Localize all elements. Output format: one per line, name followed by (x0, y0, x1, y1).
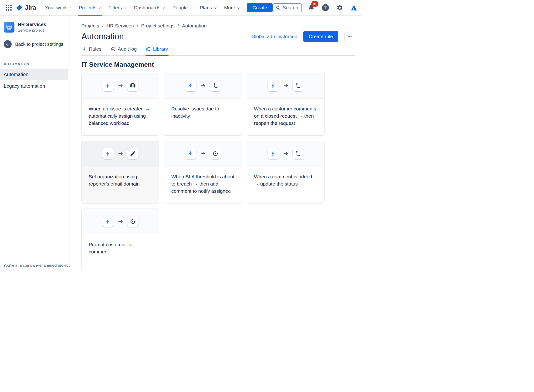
project-header: HR Services Service project (0, 22, 68, 33)
refresh-icon (212, 150, 219, 157)
chevron-down-icon (214, 6, 217, 10)
trigger-chip (268, 80, 279, 91)
settings-button[interactable] (336, 4, 343, 11)
tab-bar: RulesAudit logLibrary (81, 45, 355, 56)
back-label: Back to project settings (15, 42, 63, 47)
copy-icon (146, 47, 151, 52)
automation-template-card[interactable]: When an issue is created → automatically… (81, 73, 159, 135)
tab-label: Audit log (118, 46, 137, 52)
automation-template-card[interactable]: When a comment is added → update the sta… (247, 141, 324, 203)
gear-icon (336, 5, 343, 11)
pencil-icon (130, 150, 136, 157)
tab-audit-log[interactable]: Audit log (110, 45, 137, 55)
atlassian-app-button[interactable] (350, 4, 358, 11)
notifications-button[interactable]: 9+ (308, 4, 315, 11)
section-title: IT Service Management (81, 61, 355, 68)
card-icon-strip (247, 73, 324, 98)
notification-badge: 9+ (311, 1, 319, 7)
page-actions: Global administration Create rule (251, 31, 355, 42)
automation-template-card[interactable]: Resolve issues due to inactivity (164, 73, 242, 135)
nav-item-filters[interactable]: Filters (105, 0, 130, 16)
page-header: Automation Global administration Create … (81, 31, 355, 42)
project-sidebar: HR Services Service project Back to proj… (0, 16, 68, 269)
nav-item-label: Your work (45, 5, 67, 10)
breadcrumb-item-automation[interactable]: Automation (182, 23, 207, 29)
trigger-chip (102, 216, 114, 227)
project-managed-note: You're in a company-managed project (3, 263, 70, 268)
card-title: When a comment is added → update the sta… (247, 167, 324, 194)
create-button[interactable]: Create (247, 3, 272, 12)
template-cards-grid: When an issue is created → automatically… (81, 73, 355, 269)
nav-item-more[interactable]: More (221, 0, 244, 16)
nav-item-label: Projects (79, 5, 96, 10)
lightning-icon (82, 47, 87, 52)
jira-logo-icon (16, 4, 23, 11)
nav-item-label: Dashboards (134, 5, 160, 10)
sidebar-section-title: AUTOMATION (4, 62, 64, 66)
breadcrumb-separator: / (102, 23, 104, 29)
nav-item-label: People (172, 5, 188, 10)
chevron-down-icon (189, 6, 193, 10)
card-title: When SLA threshold is about to breach → … (164, 167, 242, 201)
action-chip (127, 216, 138, 227)
arrow-right-icon (200, 83, 206, 89)
global-administration-link[interactable]: Global administration (251, 34, 297, 39)
jira-logo[interactable]: Jira (16, 4, 36, 11)
automation-template-card[interactable]: When SLA threshold is about to breach → … (164, 141, 242, 203)
breadcrumb-separator: / (137, 23, 138, 29)
more-actions-button[interactable] (344, 32, 355, 41)
breadcrumb-item-hr-services[interactable]: HR Services (107, 23, 134, 29)
search-input[interactable] (282, 5, 299, 11)
tab-library[interactable]: Library (145, 45, 168, 55)
lightning-icon (270, 83, 276, 89)
sidebar-item-automation[interactable]: Automation (0, 69, 68, 80)
workflow-icon (295, 150, 301, 157)
lightning-icon (105, 150, 111, 157)
lightning-icon (187, 150, 194, 157)
action-chip (210, 80, 221, 91)
chevron-down-icon (162, 6, 166, 10)
arrow-right-icon (118, 151, 123, 156)
create-rule-button[interactable]: Create rule (303, 31, 338, 42)
nav-item-projects[interactable]: Projects (75, 0, 105, 16)
card-icon-strip (82, 141, 159, 167)
nav-item-people[interactable]: People (169, 0, 196, 16)
automation-template-card[interactable]: When a customer comments on a closed req… (247, 73, 324, 135)
project-avatar (4, 22, 14, 33)
lightning-icon (187, 83, 194, 89)
arrow-right-icon (118, 219, 123, 224)
ellipsis-icon (347, 34, 353, 39)
trigger-chip (102, 80, 114, 91)
jira-wordmark: Jira (25, 4, 36, 11)
arrow-right-icon (283, 83, 289, 89)
app-switcher-button[interactable] (4, 3, 13, 12)
refresh-icon (130, 218, 136, 225)
back-to-project-settings[interactable]: Back to project settings (0, 40, 68, 48)
primary-nav-items: Your workProjectsFiltersDashboardsPeople… (42, 0, 244, 16)
action-chip (293, 80, 304, 91)
breadcrumb-item-project-settings[interactable]: Project settings (141, 23, 175, 29)
nav-item-label: Filters (109, 5, 122, 10)
card-title: When an issue is created → automatically… (82, 98, 159, 133)
action-chip (293, 148, 304, 159)
person-circle-icon (130, 83, 136, 89)
automation-template-card[interactable]: Prompt customer for comment (81, 209, 159, 269)
nav-item-plans[interactable]: Plans (196, 0, 221, 16)
check-circle-icon (111, 47, 116, 52)
workflow-icon (212, 83, 219, 89)
automation-template-card[interactable]: Set organization using reporter's email … (81, 141, 159, 203)
tab-rules[interactable]: Rules (81, 45, 102, 55)
search-box[interactable] (273, 3, 302, 12)
nav-item-your-work[interactable]: Your work (42, 0, 76, 16)
help-button[interactable] (322, 4, 329, 11)
nav-item-dashboards[interactable]: Dashboards (130, 0, 169, 16)
tab-label: Rules (89, 46, 101, 52)
breadcrumb: Projects/HR Services/Project settings/Au… (81, 23, 355, 29)
sidebar-item-legacy-automation[interactable]: Legacy automation (0, 80, 68, 92)
divider (0, 55, 68, 55)
lightning-icon (105, 83, 111, 89)
breadcrumb-item-projects[interactable]: Projects (81, 23, 99, 29)
workflow-icon (295, 83, 301, 89)
arrow-right-icon (200, 151, 206, 156)
nav-item-label: More (224, 5, 235, 10)
